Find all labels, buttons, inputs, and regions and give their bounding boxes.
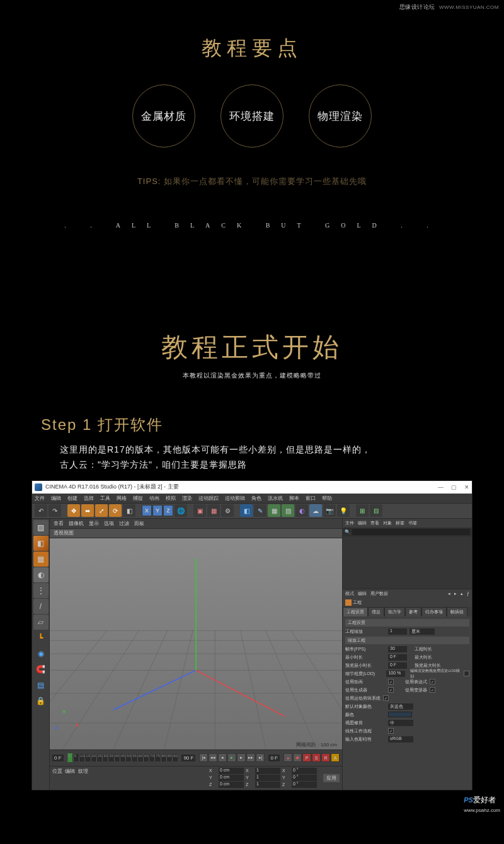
om-tags[interactable]: 标签: [396, 520, 404, 526]
timeline-start[interactable]: 0 F: [52, 754, 64, 761]
tab-edit[interactable]: 编辑: [65, 768, 75, 774]
pen-tool[interactable]: ✎: [254, 504, 266, 517]
menu-character[interactable]: 角色: [251, 495, 261, 502]
menu-script[interactable]: 脚本: [289, 495, 299, 502]
record-button[interactable]: ●: [284, 753, 292, 762]
pos-x[interactable]: 0 cm: [219, 768, 244, 774]
render-view[interactable]: ▣: [193, 504, 206, 517]
attr-nav-fn-icon[interactable]: ⨍: [467, 591, 469, 596]
sel-unit[interactable]: 厘米: [410, 628, 435, 635]
rot-x[interactable]: 0 °: [292, 768, 317, 774]
select-tool[interactable]: ✥: [67, 504, 80, 517]
undo-button[interactable]: ↶: [35, 504, 47, 517]
chk-linear[interactable]: ✓: [388, 728, 394, 734]
minimize-button[interactable]: —: [438, 484, 444, 490]
move-tool[interactable]: ⬌: [81, 504, 94, 517]
go-end-button[interactable]: ▸|: [256, 753, 265, 762]
chk-usegen[interactable]: ✓: [388, 687, 394, 693]
tab-todo[interactable]: 待办事项: [421, 607, 447, 616]
scale-y[interactable]: 1: [255, 775, 280, 781]
vp-display[interactable]: 显示: [89, 520, 99, 527]
maximize-button[interactable]: ▢: [451, 484, 457, 490]
mograph-icon[interactable]: ⊞: [356, 504, 369, 517]
vp-options[interactable]: 选项: [104, 520, 114, 527]
next-key-button[interactable]: ▸▸: [246, 753, 255, 762]
workplane-icon[interactable]: ▤: [33, 678, 49, 693]
axis-mode-icon[interactable]: ┗: [33, 630, 49, 645]
scale-z[interactable]: 1: [255, 782, 280, 788]
pos-z[interactable]: 0 cm: [219, 782, 244, 788]
play-button[interactable]: ▸: [227, 753, 236, 762]
menu-file[interactable]: 文件: [35, 495, 45, 502]
rot-y[interactable]: 0 °: [292, 775, 317, 781]
sel-inputcolor[interactable]: sRGB: [388, 736, 413, 743]
key-param-icon[interactable]: A: [331, 753, 340, 762]
cube-primitive[interactable]: ◧: [240, 504, 253, 517]
menu-simulate[interactable]: 模拟: [166, 495, 176, 502]
menu-help[interactable]: 帮助: [322, 495, 332, 502]
locked-icon[interactable]: 🔒: [33, 693, 49, 708]
attr-nav-back-icon[interactable]: ◂: [448, 591, 450, 596]
array-icon[interactable]: ▨: [282, 504, 294, 517]
inp-prevmin[interactable]: 0 F: [388, 662, 407, 669]
render-settings[interactable]: ⚙: [221, 504, 234, 517]
chk-useexpr[interactable]: ✓: [430, 679, 435, 685]
search-input[interactable]: [352, 529, 470, 535]
vp-panel[interactable]: 面板: [134, 520, 144, 527]
point-mode-icon[interactable]: ⋮: [33, 583, 49, 598]
attr-nav-fwd-icon[interactable]: ▸: [454, 591, 457, 596]
tab-info[interactable]: 信息: [368, 607, 384, 616]
key-scale-icon[interactable]: S: [312, 753, 321, 762]
camera-icon[interactable]: 📷: [323, 504, 336, 517]
last-tool[interactable]: ◧: [123, 504, 135, 517]
menu-snap[interactable]: 捕捉: [133, 495, 143, 502]
inp-scale[interactable]: 1: [388, 628, 407, 635]
redo-button[interactable]: ↷: [49, 504, 61, 517]
tab-interp[interactable]: 帧插值: [447, 607, 467, 616]
menu-render[interactable]: 渲染: [182, 495, 192, 502]
next-frame-button[interactable]: ▸: [237, 753, 246, 762]
attr-userdata[interactable]: 用户数据: [370, 591, 388, 597]
vp-filter[interactable]: 过滤: [119, 520, 129, 527]
vp-camera[interactable]: 摄像机: [69, 520, 84, 527]
scale-x[interactable]: 1: [255, 768, 280, 774]
axis-z[interactable]: Z: [163, 505, 173, 516]
rot-z[interactable]: 0 °: [292, 782, 317, 788]
environment-icon[interactable]: ☁: [309, 504, 322, 517]
titlebar[interactable]: CINEMA 4D R17.016 Studio (R17) - [未标题 2]…: [32, 481, 472, 494]
tab-texture[interactable]: 纹理: [78, 768, 88, 774]
inp-minfps[interactable]: 0 F: [388, 654, 407, 661]
om-file[interactable]: 文件: [345, 520, 354, 526]
viewport[interactable]: Y X Z 网格间距 : 100 cm MAXON CINEMA 4D: [50, 538, 342, 749]
tab-dynamics[interactable]: 动力学: [384, 607, 405, 616]
vp-view[interactable]: 查看: [54, 520, 64, 527]
texture-mode-icon[interactable]: ▦: [33, 552, 49, 567]
edge-mode-icon[interactable]: /: [33, 599, 49, 614]
menu-select[interactable]: 选择: [84, 495, 94, 502]
menu-tools[interactable]: 工具: [100, 495, 110, 502]
effector-icon[interactable]: ⊟: [370, 504, 382, 517]
attr-section-scale[interactable]: 缩放工程: [345, 637, 469, 644]
axis-y[interactable]: Y: [152, 505, 163, 516]
tab-position[interactable]: 位置: [52, 768, 62, 774]
om-edit[interactable]: 编辑: [358, 520, 367, 526]
inp-lod[interactable]: 100 %: [386, 671, 405, 677]
menu-motion-track[interactable]: 运动跟踪: [198, 495, 219, 502]
go-start-button[interactable]: |◂: [199, 753, 208, 762]
om-object[interactable]: 对象: [383, 520, 392, 526]
menu-mesh[interactable]: 网格: [117, 495, 127, 502]
obj-mgr-body[interactable]: [343, 536, 472, 589]
search-icon[interactable]: 🔍: [345, 529, 350, 535]
object-mode-icon[interactable]: ◐: [33, 567, 49, 582]
sel-view[interactable]: 中: [388, 720, 413, 726]
attr-mode[interactable]: 模式: [345, 591, 354, 597]
deformer-icon[interactable]: ◐: [295, 504, 308, 517]
prev-frame-button[interactable]: ◂: [218, 753, 227, 762]
menu-pipeline[interactable]: 流水线: [268, 495, 283, 502]
menu-motion-graph[interactable]: 运动剪辑: [225, 495, 245, 502]
scale-tool[interactable]: ⤢: [95, 504, 108, 517]
attr-edit[interactable]: 编辑: [358, 591, 367, 597]
attr-nav-up-icon[interactable]: ▴: [461, 591, 463, 596]
chk-usedeform[interactable]: ✓: [430, 687, 435, 693]
tweak-icon[interactable]: ◉: [33, 646, 49, 661]
